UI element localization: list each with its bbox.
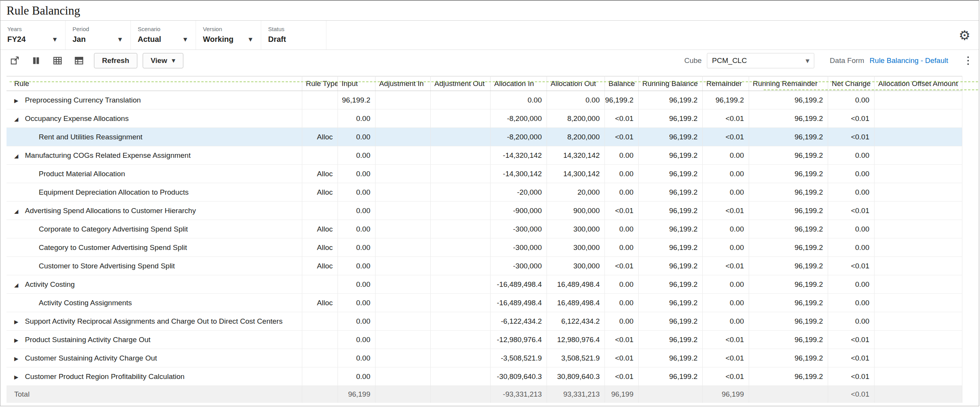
cell-run-bal: 96,199.2 <box>638 367 702 386</box>
table-row[interactable]: Category to Customer Advertising Spend S… <box>7 238 962 257</box>
rule-name: Equipment Depreciation Allocation to Pro… <box>39 188 189 196</box>
rule-name: Support Activity Reciprocal Assignments … <box>25 317 283 325</box>
data-form-icon[interactable] <box>72 54 86 67</box>
data-form-link[interactable]: Rule Balancing - Default <box>870 56 948 65</box>
collapse-node-icon[interactable]: ◢ <box>14 153 25 159</box>
rule-name: Corporate to Category Advertising Spend … <box>39 225 188 233</box>
cell-balance: <0.01 <box>604 257 638 275</box>
cell-alloc-in: -12,980,976.4 <box>490 331 547 349</box>
collapse-node-icon[interactable]: ◢ <box>14 116 25 122</box>
table-row[interactable]: Activity Costing AssignmentsAlloc0.00-16… <box>7 294 962 312</box>
rule-name: Customer Sustaining Activity Charge Out <box>25 354 157 362</box>
expand-node-icon[interactable]: ▶ <box>14 374 25 380</box>
cell-rule-type <box>302 331 338 349</box>
cell-remainder: <0.01 <box>702 349 749 367</box>
cell-run-bal: 96,199.2 <box>638 183 702 202</box>
cell-run-rem: 96,199.2 <box>749 146 828 165</box>
cell-net-change: 0.00 <box>828 238 874 257</box>
cell-rule-type: Alloc <box>302 128 338 146</box>
expand-node-icon[interactable]: ▶ <box>14 356 25 362</box>
cell-adj-out <box>430 183 490 202</box>
table-row[interactable]: ▶Customer Sustaining Activity Charge Out… <box>7 349 962 367</box>
cell-alloc-in: -20,000 <box>490 183 547 202</box>
cell-net-change: <0.01 <box>828 257 874 275</box>
cell-adj-out <box>430 257 490 275</box>
cell-alloc-in: -300,000 <box>490 220 547 238</box>
collapse-node-icon[interactable]: ◢ <box>14 282 25 288</box>
cell-net-change: <0.01 <box>828 367 874 386</box>
more-actions-icon[interactable] <box>964 54 972 67</box>
table-row[interactable]: Product Material AllocationAlloc0.00-14,… <box>7 165 962 183</box>
pov-version[interactable]: Version Working ▼ <box>196 21 261 50</box>
cell-rule-type: Alloc <box>302 238 338 257</box>
expand-node-icon[interactable]: ▶ <box>14 337 25 343</box>
cell-alloc-out: 14,300,142 <box>547 165 604 183</box>
column-header-input: Input <box>338 76 375 91</box>
cell-remainder: 0.00 <box>702 146 749 165</box>
cell-alloc-offset <box>874 257 962 275</box>
cell-run-rem: 96,199.2 <box>749 331 828 349</box>
cell-input: 0.00 <box>338 257 375 275</box>
cell-net-change: <0.01 <box>828 331 874 349</box>
table-row[interactable]: Corporate to Category Advertising Spend … <box>7 220 962 238</box>
collapse-node-icon[interactable]: ◢ <box>14 208 25 214</box>
cell-remainder: <0.01 <box>702 202 749 220</box>
table-row[interactable]: Equipment Depreciation Allocation to Pro… <box>7 183 962 202</box>
table-row[interactable]: ▶Preprocessing Currency Translation96,19… <box>7 91 962 109</box>
cell-alloc-offset <box>874 238 962 257</box>
data-grid-icon[interactable] <box>51 54 64 67</box>
page-title: Rule Balancing <box>7 4 80 18</box>
rule-name: Customer to Store Advertising Spend Spli… <box>39 262 175 270</box>
table-row[interactable]: ◢Advertising Spend Allocations to Custom… <box>7 202 962 220</box>
cell-run-rem: 96,199.2 <box>749 109 828 128</box>
rule-cell: ▶Customer Sustaining Activity Charge Out <box>7 349 302 367</box>
table-row[interactable]: ▶Product Sustaining Activity Charge Out0… <box>7 331 962 349</box>
settings-gear-icon[interactable]: ⚙ <box>959 29 979 42</box>
cell-adj-out <box>430 367 490 386</box>
cell-alloc-out: 8,200,000 <box>547 109 604 128</box>
table-row[interactable]: ◢Manufacturing COGs Related Expense Assi… <box>7 146 962 165</box>
table-row[interactable]: Rent and Utilities ReassignmentAlloc0.00… <box>7 128 962 146</box>
cell-alloc-offset <box>874 146 962 165</box>
table-row[interactable]: ▶Support Activity Reciprocal Assignments… <box>7 312 962 331</box>
table-row[interactable]: Customer to Store Advertising Spend Spli… <box>7 257 962 275</box>
view-button[interactable]: View ▼ <box>143 53 183 68</box>
cell-rule-type <box>302 312 338 331</box>
cell-alloc-out: 14,320,142 <box>547 146 604 165</box>
cell-input: 96,199.2 <box>338 91 375 109</box>
column-header-allocation-out: Allocation Out <box>547 76 604 91</box>
cube-label: Cube <box>684 56 702 65</box>
cell-rule-type <box>302 202 338 220</box>
pop-out-icon[interactable] <box>8 54 21 67</box>
table-row[interactable]: ◢Activity Costing0.00-16,489,498.416,489… <box>7 275 962 294</box>
cell-rule-type <box>302 146 338 165</box>
cube-select[interactable]: PCM_CLC ▼ <box>707 53 814 68</box>
pov-years[interactable]: Years FY24 ▼ <box>0 21 66 50</box>
pov-scenario-label: Scenario <box>138 26 187 32</box>
cell-alloc-offset <box>874 312 962 331</box>
pov-period-value: Jan <box>72 35 86 44</box>
cell-run-rem: 96,199.2 <box>749 312 828 331</box>
table-row[interactable]: ▶Customer Product Region Profitability C… <box>7 367 962 386</box>
column-header-net-change: Net Change <box>828 76 874 91</box>
refresh-button[interactable]: Refresh <box>94 53 137 68</box>
cell-adj-out <box>430 109 490 128</box>
expand-node-icon[interactable]: ▶ <box>14 319 25 325</box>
page-header: Rule Balancing <box>0 1 979 21</box>
expand-node-icon[interactable]: ▶ <box>14 98 25 104</box>
cell-alloc-in: -300,000 <box>490 257 547 275</box>
rule-cell: Product Material Allocation <box>7 165 302 183</box>
pov-status-label: Status <box>268 26 318 32</box>
pov-period[interactable]: Period Jan ▼ <box>66 21 131 50</box>
cell-input: 0.00 <box>338 294 375 312</box>
pov-version-label: Version <box>203 26 252 32</box>
cell-run-rem: 96,199.2 <box>749 220 828 238</box>
freeze-columns-icon[interactable] <box>30 54 43 67</box>
cell-run-rem: 96,199.2 <box>749 165 828 183</box>
cell-adj-in <box>375 386 430 403</box>
pov-scenario-value: Actual <box>138 35 161 44</box>
cell-run-bal: 96,199.2 <box>638 202 702 220</box>
table-row[interactable]: ◢Occupancy Expense Allocations0.00-8,200… <box>7 109 962 128</box>
cell-net-change: 0.00 <box>828 146 874 165</box>
pov-scenario[interactable]: Scenario Actual ▼ <box>131 21 196 50</box>
